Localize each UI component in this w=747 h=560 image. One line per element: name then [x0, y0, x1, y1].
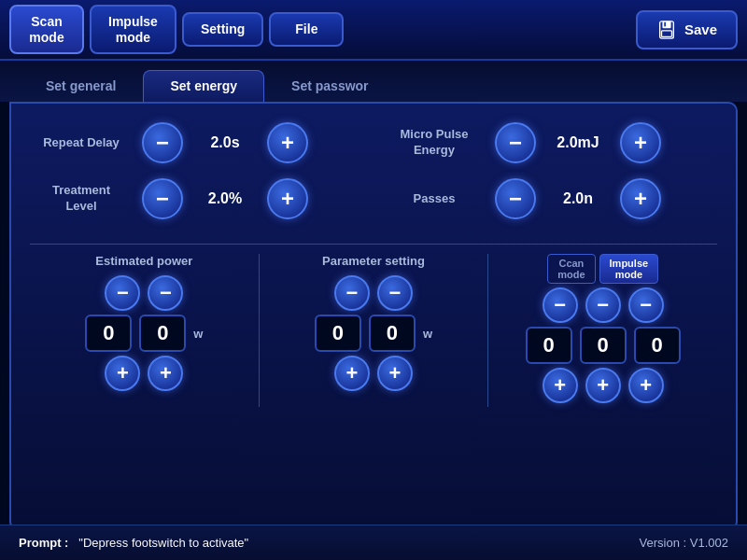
prompt-label: Prompt :: [19, 536, 68, 550]
save-icon: [656, 20, 677, 40]
passes-minus[interactable]: −: [495, 178, 536, 219]
left-params: Repeat Delay − 2.0s + TreatmentLevel − 2…: [30, 122, 364, 234]
scan-mode-button[interactable]: Scanmode: [9, 5, 84, 55]
top-bar: Scanmode Impulsemode Setting File Save: [0, 0, 747, 61]
parameter-setting-header: Parameter setting: [269, 254, 479, 268]
mode-minus-row: − − −: [498, 287, 708, 323]
save-button[interactable]: Save: [636, 10, 738, 49]
micro-pulse-value: 2.0mJ: [545, 134, 611, 151]
micro-pulse-plus[interactable]: +: [620, 122, 661, 163]
prompt-text: Prompt : "Depress footswitch to activate…: [19, 536, 248, 550]
upper-section: Repeat Delay − 2.0s + TreatmentLevel − 2…: [30, 122, 717, 234]
mv-col3-minus[interactable]: −: [628, 287, 664, 323]
treatment-level-minus[interactable]: −: [142, 178, 183, 219]
ep-col2-minus[interactable]: −: [148, 275, 183, 311]
param-plus-row: + +: [269, 356, 479, 391]
param-minus-row: − −: [269, 275, 479, 311]
passes-label: Passes: [383, 191, 486, 207]
ps-val1: 0: [315, 315, 361, 352]
impulse-mode-button[interactable]: Impulsemode: [90, 5, 176, 55]
ps-col1-plus[interactable]: +: [334, 356, 370, 391]
micro-pulse-label: Micro PulseEnergy: [383, 127, 486, 159]
mode-plus-row: + + +: [498, 368, 708, 403]
ps-unit: w: [423, 327, 432, 341]
lower-section: Estimated power − − 0 0 w + + Parameter …: [30, 254, 717, 407]
svg-rect-2: [661, 30, 671, 35]
repeat-delay-minus[interactable]: −: [142, 122, 183, 163]
repeat-delay-row: Repeat Delay − 2.0s +: [30, 122, 364, 163]
ep-unit: w: [193, 327, 203, 341]
mode-toggle-group: Ccanmode Impulsemode: [498, 254, 708, 284]
ep-val2: 0: [139, 315, 186, 352]
tab-set-password[interactable]: Set passwor: [264, 70, 395, 102]
treatment-level-label: TreatmentLevel: [30, 183, 133, 215]
mv-col1-plus[interactable]: +: [543, 368, 578, 403]
estimated-power-value-row: 0 0 w: [39, 315, 249, 352]
ps-col1-minus[interactable]: −: [334, 275, 370, 311]
micro-pulse-row: Micro PulseEnergy − 2.0mJ +: [383, 122, 717, 163]
setting-button[interactable]: Setting: [182, 12, 263, 47]
passes-row: Passes − 2.0n +: [383, 178, 717, 219]
estimated-power-minus-row: − −: [39, 275, 249, 311]
tab-set-energy[interactable]: Set energy: [143, 70, 264, 102]
estimated-power-header: Estimated power: [39, 254, 249, 268]
section-divider: [30, 244, 717, 245]
treatment-level-row: TreatmentLevel − 2.0% +: [30, 178, 364, 219]
ep-col1-plus[interactable]: +: [105, 356, 140, 391]
parameter-setting-col: Parameter setting − − 0 0 w + +: [260, 254, 489, 407]
mv-col2-plus[interactable]: +: [585, 368, 621, 403]
svg-rect-1: [662, 21, 670, 27]
mode-toggle-col: Ccanmode Impulsemode − − − 0 0 0 + + +: [488, 254, 717, 407]
mode-value-row: 0 0 0: [498, 327, 708, 364]
passes-value: 2.0n: [545, 190, 611, 207]
repeat-delay-value: 2.0s: [192, 134, 258, 151]
mv-val3: 0: [634, 327, 681, 364]
repeat-delay-plus[interactable]: +: [267, 122, 308, 163]
status-bar: Prompt : "Depress footswitch to activate…: [0, 525, 747, 560]
ep-col2-plus[interactable]: +: [148, 356, 183, 391]
impulse-mode-toggle[interactable]: Impulsemode: [599, 254, 659, 284]
save-label: Save: [684, 21, 717, 37]
tabs-area: Set general Set energy Set passwor: [0, 61, 747, 102]
mv-val1: 0: [526, 327, 572, 364]
file-button[interactable]: File: [269, 12, 344, 47]
treatment-level-value: 2.0%: [192, 190, 258, 207]
ps-col2-plus[interactable]: +: [377, 356, 413, 391]
treatment-level-plus[interactable]: +: [267, 178, 308, 219]
mv-val2: 0: [580, 327, 627, 364]
ps-val2: 0: [369, 315, 416, 352]
passes-plus[interactable]: +: [620, 178, 661, 219]
param-value-row: 0 0 w: [269, 315, 479, 352]
ccan-mode-toggle[interactable]: Ccanmode: [547, 254, 595, 284]
ps-col2-minus[interactable]: −: [377, 275, 413, 311]
tab-set-general[interactable]: Set general: [19, 70, 143, 102]
mv-col1-minus[interactable]: −: [543, 287, 578, 323]
mv-col3-plus[interactable]: +: [628, 368, 664, 403]
estimated-power-col: Estimated power − − 0 0 w + +: [30, 254, 260, 407]
prompt-value: "Depress footswitch to activate": [78, 536, 248, 550]
main-panel: Repeat Delay − 2.0s + TreatmentLevel − 2…: [9, 102, 738, 531]
micro-pulse-minus[interactable]: −: [495, 122, 536, 163]
repeat-delay-label: Repeat Delay: [30, 135, 133, 151]
estimated-power-plus-row: + +: [39, 356, 249, 391]
mv-col2-minus[interactable]: −: [585, 287, 621, 323]
right-params: Micro PulseEnergy − 2.0mJ + Passes − 2.0…: [383, 122, 717, 234]
ep-col1-minus[interactable]: −: [105, 275, 140, 311]
version-text: Version : V1.002: [640, 536, 728, 550]
ep-val1: 0: [85, 315, 132, 352]
svg-rect-3: [664, 21, 666, 26]
